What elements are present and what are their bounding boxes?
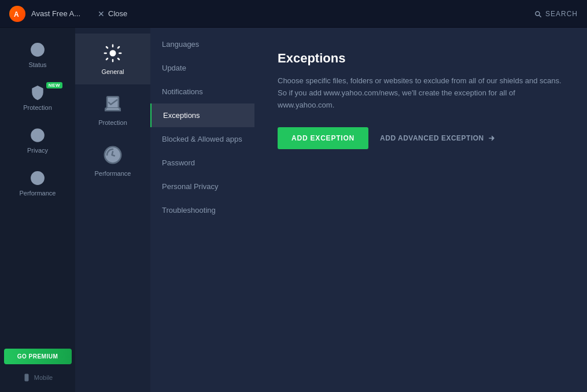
menu-blocked-allowed-label: Blocked & Allowed apps [162, 135, 242, 143]
close-button[interactable]: ✕ Close [98, 9, 127, 19]
sidebar-item-status[interactable]: Status [0, 34, 75, 76]
section-nav-performance[interactable]: Performance [75, 135, 150, 186]
mobile-item[interactable]: Mobile [18, 369, 57, 386]
performance-icon [29, 170, 46, 186]
menu-notifications-label: Notifications [162, 87, 203, 96]
menu-personal-privacy-label: Personal Privacy [162, 182, 219, 191]
main-container: Status NEW Protection Privacy [0, 28, 587, 392]
performance-nav-icon [102, 145, 123, 165]
menu-exceptions-label: Exceptions [163, 111, 200, 120]
svg-point-3 [35, 132, 41, 139]
status-icon [29, 42, 46, 58]
svg-point-11 [110, 51, 116, 56]
menu-item-languages[interactable]: Languages [150, 32, 254, 56]
title-bar-left: A Avast Free A... ✕ Close [9, 6, 127, 22]
sidebar-status-label: Status [28, 61, 46, 68]
menu-item-exceptions[interactable]: Exceptions [150, 103, 254, 127]
section-performance-label: Performance [95, 170, 131, 177]
mobile-label: Mobile [34, 374, 53, 381]
sidebar: Status NEW Protection Privacy [0, 28, 75, 392]
add-advanced-exception-button[interactable]: ADD ADVANCED EXCEPTION [380, 134, 496, 142]
menu-item-update[interactable]: Update [150, 56, 254, 80]
title-bar: A Avast Free A... ✕ Close SEARCH [0, 0, 587, 28]
sidebar-protection-label: Protection [23, 104, 52, 111]
menu-item-troubleshooting[interactable]: Troubleshooting [150, 198, 254, 222]
sidebar-privacy-label: Privacy [27, 147, 48, 154]
add-advanced-label: ADD ADVANCED EXCEPTION [380, 134, 484, 142]
arrow-right-icon [488, 134, 496, 142]
sidebar-item-performance[interactable]: Performance [0, 162, 75, 205]
new-badge: NEW [46, 82, 62, 88]
protection-icon [29, 84, 46, 101]
section-general-label: General [101, 68, 124, 75]
search-icon [534, 10, 542, 18]
menu-password-label: Password [162, 158, 195, 167]
menu-update-label: Update [162, 64, 186, 72]
avast-logo: A [9, 6, 25, 22]
section-nav-general[interactable]: General [75, 34, 150, 84]
menu-troubleshooting-label: Troubleshooting [162, 206, 216, 215]
right-menu: Languages Update Notifications Exception… [150, 28, 254, 392]
page-title: Exceptions [278, 51, 564, 66]
sidebar-item-protection[interactable]: NEW Protection [0, 76, 75, 119]
menu-item-personal-privacy[interactable]: Personal Privacy [150, 175, 254, 198]
menu-languages-label: Languages [162, 40, 199, 49]
content-area: Exceptions Choose specific files, folder… [254, 28, 587, 392]
content-description: Choose specific files, folders or websit… [278, 75, 564, 111]
sidebar-performance-label: Performance [20, 190, 56, 197]
privacy-icon [29, 127, 46, 143]
close-label: Close [108, 9, 127, 18]
search-label: SEARCH [545, 10, 578, 18]
menu-item-notifications[interactable]: Notifications [150, 80, 254, 103]
mobile-icon [23, 373, 31, 382]
close-icon: ✕ [98, 9, 105, 19]
description-line1: Choose specific files, folders or websit… [278, 76, 562, 85]
section-protection-label: Protection [98, 119, 127, 126]
section-nav-protection[interactable]: Protection [75, 84, 150, 135]
section-nav: General Protection Performance [75, 28, 150, 392]
svg-point-10 [26, 379, 27, 380]
search-button[interactable]: SEARCH [534, 10, 578, 18]
menu-item-password[interactable]: Password [150, 151, 254, 175]
go-premium-button[interactable]: GO PREMIUM [4, 349, 72, 364]
sidebar-item-privacy[interactable]: Privacy [0, 119, 75, 162]
app-title: Avast Free A... [31, 9, 80, 18]
action-buttons-row: ADD EXCEPTION ADD ADVANCED EXCEPTION [278, 127, 564, 149]
add-exception-button[interactable]: ADD EXCEPTION [278, 127, 368, 149]
protection-nav-icon [102, 94, 123, 114]
general-nav-icon [102, 43, 123, 64]
menu-item-blocked-allowed[interactable]: Blocked & Allowed apps [150, 127, 254, 151]
description-line2: So if you add www.yahoo.com/news, we'll … [278, 88, 515, 109]
svg-text:A: A [14, 10, 19, 19]
